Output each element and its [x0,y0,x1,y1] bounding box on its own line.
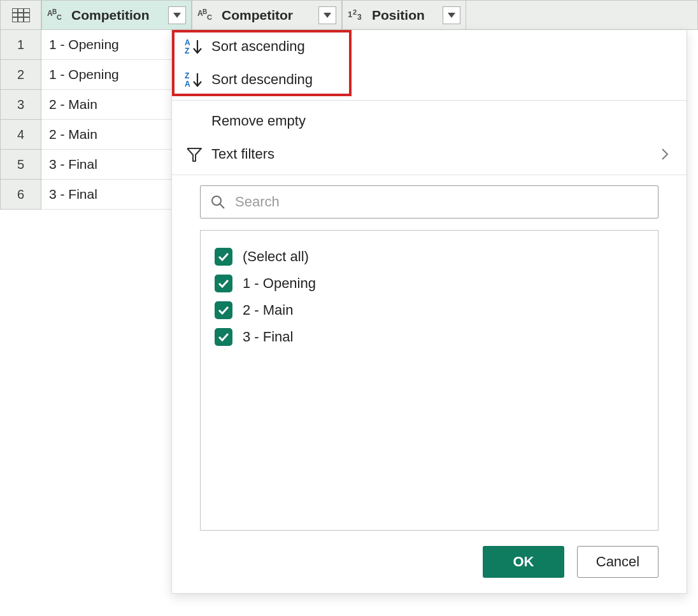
column-header-competitor[interactable]: ABC Competitor [192,0,342,30]
menu-label: Text filters [211,146,661,162]
filter-value-item[interactable]: 2 - Main [215,297,644,324]
svg-text:3: 3 [357,13,362,22]
separator [172,100,687,101]
svg-rect-0 [12,8,30,22]
filter-value-label: 3 - Final [243,329,293,345]
row-number[interactable]: 1 [0,30,41,60]
svg-marker-8 [173,13,181,18]
search-icon [211,195,225,209]
column-label: Competitor [222,8,293,23]
row-number[interactable]: 6 [0,180,41,210]
column-filter-button[interactable] [318,6,336,24]
header-remainder [466,0,698,30]
cancel-button[interactable]: Cancel [577,546,659,578]
checkbox-checked-icon [215,328,232,346]
row-number[interactable]: 5 [0,150,41,180]
text-type-icon: ABC [197,8,215,22]
table-cell[interactable]: 3 - Final [41,150,192,180]
svg-text:Z: Z [185,47,189,55]
row-number[interactable]: 2 [0,60,41,90]
table-corner[interactable] [0,0,41,30]
svg-text:C: C [207,13,212,21]
sort-ascending-item[interactable]: A Z Sort ascending [172,30,687,63]
table-icon [12,8,30,22]
text-filters-item[interactable]: Text filters [172,138,687,171]
ok-button[interactable]: OK [483,546,564,578]
svg-line-24 [220,204,224,208]
column-label: Competition [71,8,149,23]
menu-label: Remove empty [211,113,669,129]
filter-value-label: (Select all) [243,248,309,265]
svg-text:C: C [57,13,62,21]
filter-value-label: 1 - Opening [243,275,316,292]
svg-text:1: 1 [348,10,352,19]
svg-point-23 [212,196,221,205]
column-filter-button[interactable] [443,6,460,24]
svg-text:Z: Z [185,71,189,80]
menu-label: Sort descending [211,71,669,88]
svg-text:A: A [185,38,190,47]
text-type-icon: ABC [47,8,65,22]
dialog-buttons: OK Cancel [172,531,687,578]
filter-dropdown-panel: A Z Sort ascending Z A Sort descending R… [171,30,687,594]
row-number[interactable]: 3 [0,90,41,120]
table-cell[interactable]: 1 - Opening [41,30,192,60]
table-cell[interactable]: 3 - Final [41,180,192,210]
svg-marker-12 [324,13,331,18]
filter-select-all[interactable]: (Select all) [215,243,644,270]
number-type-icon: 123 [348,8,366,22]
svg-text:A: A [185,80,190,88]
search-field[interactable] [234,193,648,211]
sort-descending-item[interactable]: Z A Sort descending [172,63,687,96]
sort-asc-icon: A Z [181,38,208,55]
menu-label: Sort ascending [211,38,669,55]
caret-down-icon [324,13,331,18]
column-header-position[interactable]: 123 Position [342,0,466,30]
checkbox-checked-icon [215,301,232,319]
filter-value-item[interactable]: 3 - Final [215,324,644,350]
separator [172,175,687,175]
caret-down-icon [448,13,455,18]
sort-desc-icon: Z A [181,71,208,88]
column-label: Position [372,8,425,23]
chevron-right-icon [661,148,669,161]
filter-value-label: 2 - Main [243,302,293,319]
column-header-competition[interactable]: ABC Competition [41,0,192,30]
column-filter-button[interactable] [168,6,186,24]
table-cell[interactable]: 1 - Opening [41,60,192,90]
funnel-icon [181,146,208,162]
filter-values-list[interactable]: (Select all) 1 - Opening 2 - Main 3 - Fi… [200,230,659,531]
filter-value-item[interactable]: 1 - Opening [215,270,644,297]
table-cell[interactable]: 2 - Main [41,120,192,150]
checkbox-checked-icon [215,248,232,266]
row-number[interactable]: 4 [0,120,41,150]
remove-empty-item[interactable]: Remove empty [172,104,687,138]
checkbox-checked-icon [215,275,232,292]
svg-marker-16 [448,13,455,18]
caret-down-icon [173,13,181,18]
svg-text:2: 2 [353,8,357,16]
table-cell[interactable]: 2 - Main [41,90,192,120]
filter-search-input[interactable] [200,185,659,218]
